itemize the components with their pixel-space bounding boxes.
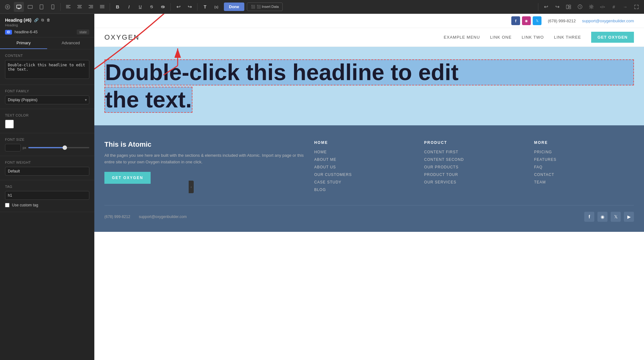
canvas-inner: f ◉ 𝕏 (678) 999-8212 support@oxygenbuild… <box>94 14 644 360</box>
footer-link-our-products[interactable]: OUR PRODUCTS <box>424 165 524 169</box>
footer-link-pricing[interactable]: PRICING <box>534 150 634 154</box>
redo-right-button[interactable]: ↪ <box>552 2 562 12</box>
separator-4 <box>197 3 197 11</box>
footer-cta-button[interactable]: GET OXYGEN <box>104 172 151 184</box>
underline-button[interactable]: U <box>135 2 145 12</box>
tablet-landscape-button[interactable] <box>25 2 35 12</box>
separator-1 <box>60 3 61 11</box>
main-layout: Heading (#6) 🔗 ⧉ 🗑 Heading ID headline-6… <box>0 14 644 360</box>
svg-point-9 <box>53 8 53 9</box>
footer-link-about-us[interactable]: ABOUT US <box>314 165 414 169</box>
font-size-input[interactable] <box>5 144 21 151</box>
footer-link-product-tour[interactable]: PRODUCT TOUR <box>424 172 524 177</box>
footer-link-contact[interactable]: CONTACT <box>534 172 634 177</box>
strikethrough-button[interactable]: S <box>147 2 157 12</box>
text-color-swatch[interactable] <box>5 120 14 128</box>
tag-select[interactable]: h1 h2 h3 p <box>5 191 89 200</box>
mobile-button[interactable] <box>48 2 58 12</box>
custom-tag-checkbox[interactable] <box>5 203 9 207</box>
settings-button[interactable] <box>586 2 596 12</box>
footer-more-col: MORE PRICING FEATURES FAQ CONTACT TEAM <box>534 140 634 195</box>
footer-link-faq[interactable]: FAQ <box>534 165 634 169</box>
nav-link-example-menu[interactable]: EXAMPLE MENU <box>444 35 480 40</box>
nav-cta-button[interactable]: GET OXYGEN <box>591 32 634 43</box>
footer-youtube-icon[interactable]: ▶ <box>624 212 634 222</box>
footer-link-about-me[interactable]: ABOUT ME <box>314 157 414 162</box>
nav-link-two[interactable]: LINK TWO <box>522 35 544 40</box>
layout-button[interactable] <box>564 2 574 12</box>
font-size-slider[interactable] <box>28 147 89 148</box>
history-button[interactable]: ↩ <box>541 2 551 12</box>
footer-link-content-first[interactable]: CONTENT FIRST <box>424 150 524 154</box>
footer-bottom-email[interactable]: support@oxygenbuilder.com <box>139 215 186 219</box>
text-color-label: Text Color <box>5 113 89 117</box>
footer-link-case-study[interactable]: CASE STUDY <box>314 180 414 184</box>
footer-link-our-services[interactable]: OUR SERVICES <box>424 180 524 184</box>
link-icon: 🔗 <box>34 18 39 22</box>
slider-thumb[interactable] <box>63 145 67 150</box>
footer-brand-name: This is Atomic <box>104 140 304 149</box>
navigate-button[interactable]: → <box>620 2 630 12</box>
add-element-button[interactable] <box>3 2 13 12</box>
trash-icon: 🗑 <box>47 18 50 22</box>
facebook-icon[interactable]: f <box>511 16 520 25</box>
id-value: headline-6-45 <box>14 30 37 34</box>
undo-button[interactable]: ↩ <box>173 2 183 12</box>
desktop-view-button[interactable] <box>14 2 24 12</box>
redo-button[interactable]: ↪ <box>185 2 195 12</box>
footer-link-customers[interactable]: OUR CUSTOMERS <box>314 172 414 177</box>
tag-label: Tag <box>5 185 89 188</box>
link-button[interactable] <box>158 2 168 12</box>
insert-data-button[interactable]: ⬛ ⬛ Insert Data <box>247 3 283 11</box>
align-right-button[interactable] <box>86 2 96 12</box>
footer-bottom-phone: (678) 999-8212 <box>104 215 130 219</box>
topbar-email[interactable]: support@oxygenbuilder.com <box>582 19 634 23</box>
done-button[interactable]: Done <box>224 3 244 11</box>
align-left-button[interactable] <box>63 2 73 12</box>
custom-tag-label[interactable]: Use custom tag <box>12 203 38 207</box>
nav-link-one[interactable]: LINK ONE <box>490 35 512 40</box>
footer-facebook-icon[interactable]: f <box>584 212 594 222</box>
align-justify-button[interactable] <box>97 2 107 12</box>
font-family-select[interactable]: Display (Poppins) <box>5 95 89 104</box>
footer-instagram-icon[interactable]: ◉ <box>597 212 608 222</box>
bold-button[interactable]: B <box>113 2 123 12</box>
footer-link-team[interactable]: TEAM <box>534 180 634 184</box>
footer-bottom-contact: (678) 999-8212 support@oxygenbuilder.com <box>104 215 187 219</box>
font-weight-select[interactable]: Default 400 700 900 <box>5 167 89 176</box>
hero-section: Double-click this headline to edit the t… <box>94 47 644 125</box>
hashtag-button[interactable]: # <box>609 2 619 12</box>
footer-brand-desc: All the pages you see here are built wit… <box>104 152 304 166</box>
footer-grid: This is Atomic All the pages you see her… <box>104 140 634 195</box>
state-badge[interactable]: state <box>77 30 89 35</box>
font-family-row: Display (Poppins) ▾ <box>5 95 89 104</box>
footer-link-content-second[interactable]: CONTENT SECOND <box>424 157 524 162</box>
twitter-icon[interactable]: 𝕏 <box>533 16 541 25</box>
align-center-button[interactable] <box>75 2 85 12</box>
tab-advanced[interactable]: Advanced <box>47 37 94 49</box>
italic-button[interactable]: I <box>124 2 134 12</box>
clock-button[interactable] <box>575 2 585 12</box>
panel-tabs: Primary Advanced <box>0 37 94 49</box>
footer-product-col: PRODUCT CONTENT FIRST CONTENT SECOND OUR… <box>424 140 524 195</box>
hero-headline-line1[interactable]: Double-click this headline to edit <box>104 59 634 85</box>
svg-rect-24 <box>569 7 571 9</box>
panel-collapse-button[interactable]: ‹ <box>189 181 194 193</box>
footer-link-features[interactable]: FEATURES <box>534 157 634 162</box>
instagram-icon[interactable]: ◉ <box>522 16 531 25</box>
content-section: Content <box>0 49 94 85</box>
tablet-portrait-button[interactable] <box>36 2 47 12</box>
hero-headline-line2[interactable]: the text. <box>104 87 192 113</box>
content-textarea[interactable] <box>5 60 89 79</box>
nav-link-three[interactable]: LINK THREE <box>554 35 581 40</box>
code-button[interactable]: </> <box>597 2 608 12</box>
variable-button[interactable]: {s} <box>211 2 221 12</box>
footer-link-blog[interactable]: BLOG <box>314 188 414 192</box>
expand-button[interactable] <box>631 2 641 12</box>
text-format-button[interactable]: T <box>200 2 210 12</box>
tab-primary[interactable]: Primary <box>0 37 47 49</box>
footer-link-home[interactable]: HOME <box>314 150 414 154</box>
custom-tag-row: Use custom tag <box>5 203 89 207</box>
toolbar-right-actions: ↩ ↪ </> # → <box>537 2 641 12</box>
footer-twitter-icon[interactable]: 𝕏 <box>611 212 621 222</box>
